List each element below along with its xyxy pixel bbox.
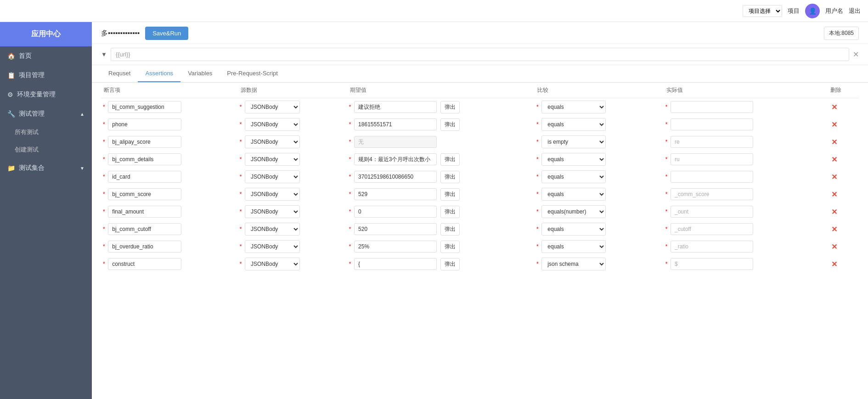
- required-star: *: [536, 226, 539, 232]
- source-select[interactable]: JSONBodyHeaderStatusResponseTime: [245, 258, 300, 270]
- assertion-field-input[interactable]: [108, 153, 181, 165]
- compare-select[interactable]: equalsnot equalscontainsnot containsis e…: [541, 188, 606, 201]
- actual-input[interactable]: [671, 118, 753, 130]
- popup-button[interactable]: 弹出: [440, 223, 460, 236]
- expected-input[interactable]: [354, 136, 437, 148]
- popup-button[interactable]: 弹出: [440, 188, 460, 201]
- sidebar-item-project[interactable]: 📋 项目管理: [0, 66, 92, 85]
- project-label: 项目: [788, 7, 800, 15]
- compare-select[interactable]: equalsnot equalscontainsnot containsis e…: [541, 101, 606, 113]
- source-select[interactable]: JSONBodyHeaderStatusResponseTime: [245, 135, 300, 148]
- expected-input[interactable]: [354, 118, 437, 130]
- source-select[interactable]: JSONBodyHeaderStatusResponseTime: [245, 223, 300, 236]
- delete-button[interactable]: ✕: [829, 138, 839, 146]
- compare-select[interactable]: equalsnot equalscontainsnot containsis e…: [541, 153, 606, 166]
- assertion-field-input[interactable]: [108, 171, 181, 183]
- delete-button[interactable]: ✕: [829, 243, 839, 251]
- table-row: * * JSONBodyHeaderStatusResponseTime * 弹…: [101, 203, 859, 220]
- table-row: * * JSONBodyHeaderStatusResponseTime * 弹…: [101, 238, 859, 255]
- expected-input[interactable]: [354, 206, 437, 218]
- delete-button[interactable]: ✕: [829, 225, 839, 233]
- sidebar-item-home[interactable]: 🏠 首页: [0, 46, 92, 66]
- required-star: *: [103, 226, 105, 232]
- assertion-field-input[interactable]: [108, 118, 181, 130]
- sidebar-item-all-tests[interactable]: 所有测试: [15, 124, 92, 141]
- compare-select[interactable]: equalsnot equalscontainsnot containsis e…: [541, 205, 606, 218]
- expected-input[interactable]: [354, 171, 437, 183]
- source-select[interactable]: JSONBodyHeaderStatusResponseTime: [245, 170, 300, 183]
- delete-button[interactable]: ✕: [829, 260, 839, 268]
- env-selector-button[interactable]: 本地:8085: [824, 27, 859, 40]
- tab-assertions[interactable]: Assertions: [138, 65, 180, 82]
- actual-input[interactable]: [671, 241, 753, 253]
- actual-input[interactable]: [671, 188, 753, 200]
- close-icon[interactable]: ✕: [853, 50, 859, 59]
- assertion-field-input[interactable]: [108, 258, 181, 270]
- actual-input[interactable]: [671, 101, 753, 113]
- compare-select[interactable]: equalsnot equalscontainsnot containsis e…: [541, 223, 606, 236]
- tab-variables[interactable]: Variables: [180, 65, 220, 82]
- actual-input[interactable]: [671, 171, 753, 183]
- sidebar-item-test-suite[interactable]: 📁 测试集合 ▼: [0, 158, 92, 178]
- sidebar-item-env[interactable]: ⚙ 环境变量管理: [0, 85, 92, 104]
- expected-input[interactable]: [354, 101, 437, 113]
- compare-select[interactable]: equalsnot equalscontainsnot containsis e…: [541, 240, 606, 253]
- compare-select[interactable]: equalsnot equalscontainsnot containsis e…: [541, 258, 606, 270]
- popup-button[interactable]: 弹出: [440, 206, 460, 218]
- assertion-field-input[interactable]: [108, 206, 181, 218]
- assertion-field-input[interactable]: [108, 136, 181, 148]
- assertion-field-input[interactable]: [108, 223, 181, 235]
- delete-button[interactable]: ✕: [829, 173, 839, 181]
- tab-pre-request[interactable]: Pre-Request-Script: [220, 65, 285, 82]
- sidebar-title: 应用中心: [0, 22, 92, 46]
- source-select[interactable]: JSONBodyHeaderStatusResponseTime: [245, 118, 300, 131]
- popup-button[interactable]: 弹出: [440, 258, 460, 270]
- col-header-actual: 实际值: [664, 83, 828, 98]
- sidebar-item-create-test[interactable]: 创建测试: [15, 141, 92, 158]
- url-input[interactable]: [111, 48, 849, 61]
- expected-input[interactable]: [354, 258, 437, 270]
- source-select[interactable]: JSONBodyHeaderStatusResponseTime: [245, 240, 300, 253]
- project-select[interactable]: 项目选择: [743, 5, 782, 17]
- delete-button[interactable]: ✕: [829, 208, 839, 216]
- sidebar-item-home-label: 首页: [19, 52, 32, 60]
- expected-input[interactable]: [354, 223, 437, 235]
- source-select[interactable]: JSONBodyHeaderStatusResponseTime: [245, 101, 300, 113]
- popup-button[interactable]: 弹出: [440, 241, 460, 253]
- popup-button[interactable]: 弹出: [440, 153, 460, 166]
- required-star: *: [665, 261, 668, 267]
- collapse-arrow-icon: ▲: [80, 112, 85, 117]
- required-star: *: [103, 121, 105, 128]
- tab-request[interactable]: Requset: [101, 65, 138, 82]
- actual-input[interactable]: [671, 223, 753, 235]
- source-select[interactable]: JSONBodyHeaderStatusResponseTime: [245, 205, 300, 218]
- sidebar-item-test-mgmt[interactable]: 🔧 测试管理 ▲: [0, 104, 92, 124]
- actual-input[interactable]: [671, 258, 753, 270]
- popup-button[interactable]: 弹出: [440, 171, 460, 183]
- source-select[interactable]: JSONBodyHeaderStatusResponseTime: [245, 153, 300, 166]
- delete-button[interactable]: ✕: [829, 103, 839, 111]
- required-star: *: [240, 156, 242, 163]
- delete-button[interactable]: ✕: [829, 121, 839, 129]
- expected-input[interactable]: [354, 153, 437, 165]
- delete-button[interactable]: ✕: [829, 156, 839, 163]
- expected-input[interactable]: [354, 241, 437, 253]
- compare-select[interactable]: equalsnot equalscontainsnot containsis e…: [541, 118, 606, 131]
- popup-button[interactable]: 弹出: [440, 101, 460, 113]
- expected-input[interactable]: [354, 188, 437, 200]
- save-run-button[interactable]: Save&Run: [145, 27, 188, 40]
- compare-select[interactable]: equalsnot equalscontainsnot containsis e…: [541, 170, 606, 183]
- source-select[interactable]: JSONBodyHeaderStatusResponseTime: [245, 188, 300, 201]
- sidebar-sub-tests: 所有测试 创建测试: [0, 124, 92, 158]
- actual-input[interactable]: [671, 153, 753, 165]
- assertion-field-input[interactable]: [108, 101, 181, 113]
- actual-input[interactable]: [671, 136, 753, 148]
- logout-button[interactable]: 退出: [849, 7, 861, 15]
- url-prefix: ▼: [101, 51, 107, 58]
- popup-button[interactable]: 弹出: [440, 118, 460, 131]
- assertion-field-input[interactable]: [108, 188, 181, 200]
- actual-input[interactable]: [671, 206, 753, 218]
- delete-button[interactable]: ✕: [829, 191, 839, 198]
- assertion-field-input[interactable]: [108, 241, 181, 253]
- compare-select[interactable]: equalsnot equalscontainsnot containsis e…: [541, 135, 606, 148]
